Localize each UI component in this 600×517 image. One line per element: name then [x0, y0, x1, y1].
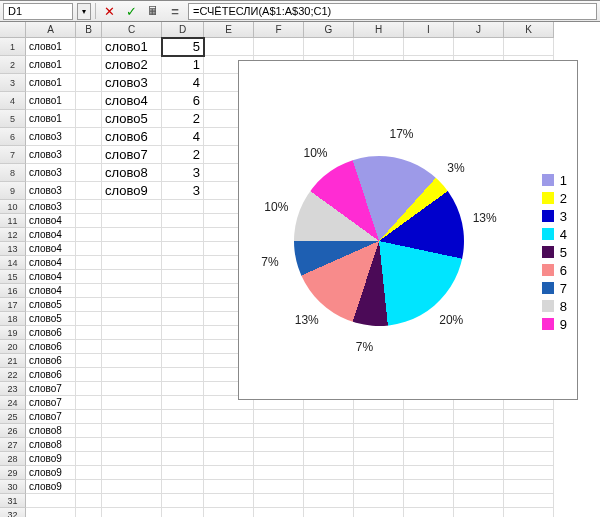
column-header-C[interactable]: C: [102, 22, 162, 38]
cell-A1[interactable]: слово1: [26, 38, 76, 56]
cell-B31[interactable]: [76, 494, 102, 508]
cell-C5[interactable]: слово5: [102, 110, 162, 128]
cell-F28[interactable]: [254, 452, 304, 466]
cell-B8[interactable]: [76, 164, 102, 182]
cell-H30[interactable]: [354, 480, 404, 494]
cell-D10[interactable]: [162, 200, 204, 214]
cell-E28[interactable]: [204, 452, 254, 466]
cell-J27[interactable]: [454, 438, 504, 452]
cell-B6[interactable]: [76, 128, 102, 146]
cell-G26[interactable]: [304, 424, 354, 438]
cell-B3[interactable]: [76, 74, 102, 92]
cell-B27[interactable]: [76, 438, 102, 452]
cell-I25[interactable]: [404, 410, 454, 424]
column-header-G[interactable]: G: [304, 22, 354, 38]
cell-B2[interactable]: [76, 56, 102, 74]
cell-K31[interactable]: [504, 494, 554, 508]
cell-H27[interactable]: [354, 438, 404, 452]
column-header-B[interactable]: B: [76, 22, 102, 38]
name-box-dropdown[interactable]: ▾: [77, 3, 91, 20]
cell-D32[interactable]: [162, 508, 204, 517]
column-header-F[interactable]: F: [254, 22, 304, 38]
row-header[interactable]: 23: [0, 382, 26, 396]
cell-D28[interactable]: [162, 452, 204, 466]
cell-B21[interactable]: [76, 354, 102, 368]
cell-C27[interactable]: [102, 438, 162, 452]
cell-C32[interactable]: [102, 508, 162, 517]
cell-C29[interactable]: [102, 466, 162, 480]
cell-D5[interactable]: 2: [162, 110, 204, 128]
cell-A29[interactable]: слово9: [26, 466, 76, 480]
cell-G27[interactable]: [304, 438, 354, 452]
cell-H25[interactable]: [354, 410, 404, 424]
cell-D20[interactable]: [162, 340, 204, 354]
cell-E31[interactable]: [204, 494, 254, 508]
cell-D17[interactable]: [162, 298, 204, 312]
column-header-H[interactable]: H: [354, 22, 404, 38]
column-header-D[interactable]: D: [162, 22, 204, 38]
row-header[interactable]: 2: [0, 56, 26, 74]
cell-B11[interactable]: [76, 214, 102, 228]
cell-A18[interactable]: слово5: [26, 312, 76, 326]
cell-F25[interactable]: [254, 410, 304, 424]
cell-A2[interactable]: слово1: [26, 56, 76, 74]
cell-F31[interactable]: [254, 494, 304, 508]
cell-D4[interactable]: 6: [162, 92, 204, 110]
cell-D14[interactable]: [162, 256, 204, 270]
cell-B24[interactable]: [76, 396, 102, 410]
cell-B32[interactable]: [76, 508, 102, 517]
cell-B14[interactable]: [76, 256, 102, 270]
cell-F30[interactable]: [254, 480, 304, 494]
cell-A11[interactable]: слово4: [26, 214, 76, 228]
cell-A23[interactable]: слово7: [26, 382, 76, 396]
cell-D31[interactable]: [162, 494, 204, 508]
cell-K28[interactable]: [504, 452, 554, 466]
cell-A22[interactable]: слово6: [26, 368, 76, 382]
cell-E25[interactable]: [204, 410, 254, 424]
cell-A19[interactable]: слово6: [26, 326, 76, 340]
cell-C22[interactable]: [102, 368, 162, 382]
cell-A10[interactable]: слово3: [26, 200, 76, 214]
row-header[interactable]: 19: [0, 326, 26, 340]
cell-C8[interactable]: слово8: [102, 164, 162, 182]
cell-A24[interactable]: слово7: [26, 396, 76, 410]
row-header[interactable]: 21: [0, 354, 26, 368]
cell-A28[interactable]: слово9: [26, 452, 76, 466]
cell-D16[interactable]: [162, 284, 204, 298]
row-header[interactable]: 14: [0, 256, 26, 270]
cell-J29[interactable]: [454, 466, 504, 480]
row-header[interactable]: 26: [0, 424, 26, 438]
cell-A25[interactable]: слово7: [26, 410, 76, 424]
cell-H29[interactable]: [354, 466, 404, 480]
cell-K29[interactable]: [504, 466, 554, 480]
cell-I1[interactable]: [404, 38, 454, 56]
cell-B26[interactable]: [76, 424, 102, 438]
cell-I29[interactable]: [404, 466, 454, 480]
cell-B13[interactable]: [76, 242, 102, 256]
row-header[interactable]: 5: [0, 110, 26, 128]
cell-B20[interactable]: [76, 340, 102, 354]
row-header[interactable]: 12: [0, 228, 26, 242]
row-header[interactable]: 1: [0, 38, 26, 56]
cell-A4[interactable]: слово1: [26, 92, 76, 110]
cell-A27[interactable]: слово8: [26, 438, 76, 452]
cell-C11[interactable]: [102, 214, 162, 228]
cell-B10[interactable]: [76, 200, 102, 214]
row-header[interactable]: 4: [0, 92, 26, 110]
row-header[interactable]: 27: [0, 438, 26, 452]
cell-C4[interactable]: слово4: [102, 92, 162, 110]
cell-D27[interactable]: [162, 438, 204, 452]
cell-B12[interactable]: [76, 228, 102, 242]
row-header[interactable]: 7: [0, 146, 26, 164]
cell-D19[interactable]: [162, 326, 204, 340]
row-header[interactable]: 32: [0, 508, 26, 517]
row-header[interactable]: 13: [0, 242, 26, 256]
cell-H28[interactable]: [354, 452, 404, 466]
cell-A12[interactable]: слово4: [26, 228, 76, 242]
row-header[interactable]: 17: [0, 298, 26, 312]
formula-input[interactable]: =СЧЁТЕСЛИ(A$1:A$30;C1): [188, 3, 597, 20]
cell-A20[interactable]: слово6: [26, 340, 76, 354]
cell-I27[interactable]: [404, 438, 454, 452]
cancel-icon[interactable]: ✕: [100, 3, 118, 20]
cell-F1[interactable]: [254, 38, 304, 56]
